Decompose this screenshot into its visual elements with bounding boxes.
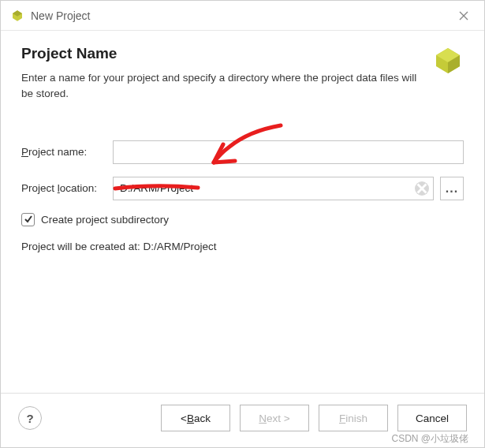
page-description: Enter a name for your project and specif… (21, 70, 423, 103)
finish-button[interactable]: Finish (319, 405, 388, 431)
project-location-row: Project location: ... (21, 177, 464, 200)
clear-location-button[interactable] (415, 181, 429, 196)
help-button[interactable]: ? (18, 406, 42, 430)
project-name-input[interactable] (113, 140, 464, 164)
created-at-text: Project will be created at: D:/ARM/Proje… (21, 241, 464, 252)
browse-button[interactable]: ... (440, 177, 464, 200)
app-icon (10, 9, 24, 23)
project-name-label: Project name: (21, 146, 113, 158)
brand-icon (432, 45, 464, 77)
watermark: CSDN @小垃圾佬 (391, 432, 468, 446)
page-title: Project Name (21, 45, 423, 62)
form: Project name: Project location: ... Crea… (21, 140, 464, 252)
project-location-label: Project location: (21, 182, 113, 194)
window-title: New Project (31, 9, 451, 22)
create-subdir-label: Create project subdirectory (41, 214, 169, 226)
back-button[interactable]: < Back (161, 405, 230, 431)
project-location-input[interactable] (113, 177, 434, 200)
new-project-dialog: New Project Project Name Enter a name fo… (0, 0, 485, 448)
next-button[interactable]: Next > (240, 405, 309, 431)
create-subdir-checkbox[interactable] (21, 213, 35, 226)
titlebar: New Project (1, 1, 484, 31)
project-name-row: Project name: (21, 140, 464, 164)
cancel-button[interactable]: Cancel (397, 405, 467, 431)
create-subdir-row: Create project subdirectory (21, 213, 464, 226)
dialog-body: Project Name Enter a name for your proje… (1, 31, 484, 393)
close-button[interactable] (451, 3, 476, 28)
